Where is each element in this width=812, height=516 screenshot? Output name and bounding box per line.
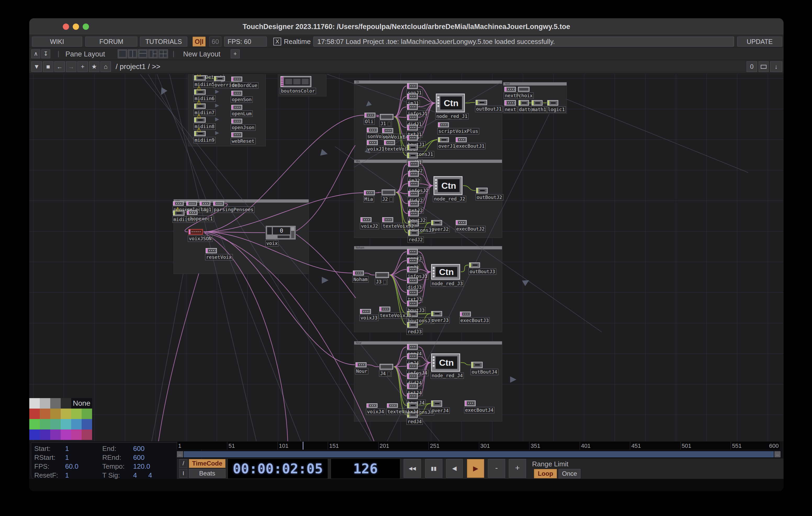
step-back-button[interactable]: - bbox=[488, 459, 505, 478]
node-ebj2[interactable]: ••••••• bbox=[456, 220, 467, 225]
node-vx3[interactable]: ••••••• bbox=[360, 309, 371, 314]
pane-layout-hsplit-button[interactable] bbox=[138, 50, 148, 58]
node-txtJ4[interactable]: ••••••• bbox=[407, 383, 418, 389]
node-ojs[interactable]: ••••••• bbox=[231, 119, 242, 124]
node-j2[interactable] bbox=[382, 189, 395, 195]
node-tvx2[interactable]: ••••••• bbox=[382, 217, 393, 222]
timeline-field-value[interactable]: 60.0 bbox=[65, 462, 79, 471]
node-boutJ4[interactable]: ••••••• bbox=[407, 393, 418, 399]
network-dropdown-icon[interactable]: ▼ bbox=[31, 61, 42, 72]
node-ob1[interactable] bbox=[475, 100, 487, 105]
palette-swatch[interactable] bbox=[61, 419, 71, 429]
network-editor[interactable]: voixOliMiaNohamNournext noteDetect⚠midii… bbox=[29, 74, 783, 441]
palette-swatch[interactable] bbox=[50, 429, 61, 440]
palette-none-button[interactable]: None bbox=[71, 398, 92, 408]
loop-button[interactable]: Loop bbox=[534, 469, 557, 478]
node-infosJ3[interactable]: ••••••• bbox=[407, 267, 418, 272]
node-vx2[interactable]: ••••••• bbox=[360, 217, 372, 222]
node-infosJ2[interactable]: ••••••• bbox=[408, 181, 419, 187]
node-vslider[interactable]: 0 bbox=[266, 226, 296, 239]
play-icon[interactable]: ▶ bbox=[467, 459, 484, 478]
drop-down-panel-icon[interactable]: ↓ bbox=[770, 61, 782, 72]
node-imJ3[interactable]: ••••••• bbox=[407, 258, 418, 264]
palette-swatch[interactable] bbox=[40, 408, 50, 419]
node-ctn1[interactable]: Ctn bbox=[436, 94, 465, 113]
node-dbc[interactable]: ••••••• bbox=[231, 77, 242, 82]
fps-indicator[interactable]: FPS: 60 bbox=[224, 37, 267, 47]
node-tvx4[interactable]: ••••••• bbox=[387, 403, 398, 408]
play-backward-icon[interactable]: ◀ bbox=[446, 459, 463, 478]
node-m6[interactable]: ⚠ bbox=[194, 89, 206, 95]
node-ebj4[interactable]: ••••••• bbox=[465, 400, 475, 406]
node-ce1[interactable]: ••••••• bbox=[187, 210, 198, 215]
export-pane-icon[interactable]: ↧ bbox=[41, 50, 50, 58]
node-rvx[interactable]: ••••••• bbox=[206, 248, 217, 253]
node-boutJ2[interactable]: ••••••• bbox=[408, 211, 419, 216]
realtime-checkbox[interactable]: X bbox=[273, 38, 281, 45]
palette-swatch[interactable] bbox=[61, 408, 71, 419]
once-button[interactable]: Once bbox=[558, 469, 580, 478]
node-infosJ4[interactable]: ••••••• bbox=[407, 363, 418, 369]
timeline-field-value[interactable]: 600 bbox=[133, 454, 144, 462]
node-didJ4[interactable]: ••••••• bbox=[407, 373, 418, 379]
node-ovj1[interactable] bbox=[438, 137, 449, 142]
node-ob4[interactable] bbox=[471, 362, 483, 368]
node-ovj3[interactable] bbox=[431, 311, 442, 316]
node-redJ1[interactable] bbox=[407, 153, 418, 158]
node-nour[interactable]: ••••••• bbox=[355, 362, 367, 367]
node-bc[interactable] bbox=[281, 76, 311, 87]
node-ctn3[interactable]: Ctn bbox=[431, 264, 460, 280]
oi-toggle-button[interactable]: O|I bbox=[193, 37, 206, 47]
slider-horizontal-scrollbar[interactable] bbox=[267, 236, 290, 238]
node-txtJ1[interactable]: ••••••• bbox=[407, 125, 418, 130]
maximize-pane-icon[interactable]: ∧ bbox=[31, 50, 40, 58]
node-sonJ2[interactable]: ••••••• bbox=[408, 161, 419, 167]
node-boutJ3[interactable]: ••••••• bbox=[407, 301, 418, 306]
node-j1[interactable] bbox=[380, 114, 394, 120]
palette-swatch[interactable] bbox=[61, 429, 71, 440]
node-boutonsJ1[interactable] bbox=[407, 145, 418, 150]
add-bookmark-icon[interactable]: + bbox=[78, 61, 88, 72]
range-bar[interactable]: ... ... bbox=[177, 451, 781, 458]
pane-layout-vsplit-button[interactable] bbox=[128, 50, 137, 58]
palette-swatch[interactable] bbox=[50, 398, 61, 408]
node-txtJ2[interactable]: ••••••• bbox=[408, 201, 419, 207]
node-infosJ1[interactable]: ••••••• bbox=[407, 104, 418, 110]
update-button[interactable]: UPDATE bbox=[737, 37, 782, 47]
node-noham[interactable]: ••••••• bbox=[353, 271, 364, 275]
node-sonJ4[interactable]: ••••••• bbox=[407, 344, 418, 350]
frame-mode-button[interactable]: / bbox=[179, 459, 187, 468]
node-m4[interactable]: ⚠ bbox=[173, 210, 184, 216]
pane-layout-left-right-split-button[interactable] bbox=[148, 50, 158, 58]
node-olm[interactable]: ••••••• bbox=[231, 105, 242, 110]
viewer-rect-icon[interactable] bbox=[759, 61, 768, 72]
slider-vertical-scrollbar[interactable] bbox=[291, 227, 294, 238]
menu-wiki[interactable]: WIKI bbox=[32, 37, 82, 47]
node-vx1[interactable]: ••••••• bbox=[367, 140, 378, 145]
node-didJ3[interactable]: ••••••• bbox=[407, 278, 418, 283]
node-svx1[interactable]: ••••••• bbox=[367, 127, 378, 132]
node-svp[interactable]: ••••••• bbox=[438, 122, 449, 127]
range-fill[interactable] bbox=[184, 451, 774, 457]
node-txtJ3[interactable]: ••••••• bbox=[407, 290, 418, 295]
palette-swatch[interactable] bbox=[50, 408, 61, 419]
palette-swatch[interactable] bbox=[29, 398, 40, 408]
node-nextP[interactable]: ••••••• bbox=[504, 87, 516, 92]
timeline-field-value[interactable]: 1 bbox=[65, 445, 69, 453]
node-j4[interactable] bbox=[380, 364, 393, 370]
range-start-handle[interactable]: ... bbox=[177, 451, 183, 457]
palette-swatch[interactable] bbox=[29, 408, 40, 419]
range-end-handle[interactable]: ... bbox=[774, 451, 781, 457]
node-ovj4[interactable] bbox=[431, 400, 442, 407]
palette-swatch[interactable] bbox=[40, 398, 50, 408]
breadcrumb[interactable]: / project1 / >> bbox=[116, 62, 161, 71]
step-forward-button[interactable]: + bbox=[509, 459, 526, 478]
node-pars[interactable]: ••••••• bbox=[213, 201, 224, 206]
node-nextd[interactable]: ••••••• bbox=[504, 100, 516, 105]
pane-layout-quad-button[interactable] bbox=[158, 50, 168, 58]
timeline-field-value[interactable]: 1 bbox=[65, 471, 69, 479]
node-vx4[interactable]: ••••••• bbox=[367, 403, 377, 408]
node-lag[interactable]: ••••••• bbox=[200, 201, 210, 206]
timeline-field-value[interactable]: 4 4 bbox=[133, 471, 152, 479]
node-didJ1[interactable]: ••••••• bbox=[407, 115, 418, 120]
